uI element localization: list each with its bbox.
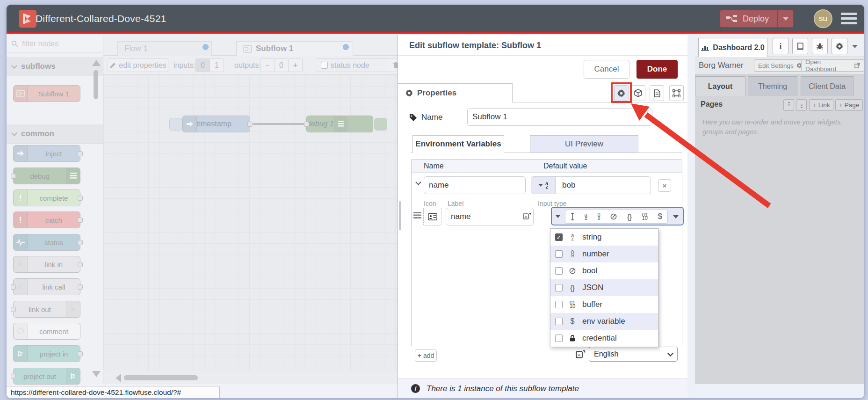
edit-settings-button[interactable]: Edit Settings xyxy=(754,59,806,72)
flow-node-timestamp[interactable]: timestamp xyxy=(182,116,250,132)
menu-option-string[interactable]: ✓ az string xyxy=(550,229,658,246)
main-menu-button[interactable] xyxy=(841,13,857,26)
value-type-button[interactable]: az xyxy=(531,177,556,194)
menu-option-json[interactable]: {} JSON xyxy=(550,279,658,296)
row-expand-chevron[interactable] xyxy=(415,179,421,185)
output-port[interactable] xyxy=(78,351,83,356)
palette-node-link-out[interactable]: link out xyxy=(13,301,80,318)
menu-option-number[interactable]: 09 number xyxy=(550,246,658,262)
tab-subflow1[interactable]: Subflow 1 xyxy=(236,41,353,56)
tab-flow1[interactable]: Flow 1 xyxy=(117,41,212,56)
drag-handle-icon[interactable] xyxy=(413,212,421,218)
inputs-0-button[interactable]: 0 xyxy=(195,58,210,72)
tab-theming[interactable]: Theming xyxy=(748,76,797,96)
description-doc-button[interactable] xyxy=(650,85,664,101)
input-type-widget[interactable]: az 09 {} 0110 $ xyxy=(551,207,684,225)
input-port[interactable] xyxy=(11,174,16,179)
input-port[interactable] xyxy=(304,122,309,127)
collapse-all-button[interactable]: ⌃⌃ xyxy=(783,99,794,111)
palette-node-link-call[interactable]: link call xyxy=(13,278,80,295)
deploy-dropdown[interactable] xyxy=(777,10,793,27)
palette-node-inject[interactable]: inject xyxy=(13,145,80,162)
add-env-var-button[interactable]: +add xyxy=(415,349,437,362)
palette-node-project-out[interactable]: project out xyxy=(13,368,80,385)
env-name-input[interactable] xyxy=(424,176,526,194)
config-gear-button[interactable] xyxy=(832,38,847,54)
tab-client-data[interactable]: Client Data xyxy=(801,76,854,96)
palette-node-debug[interactable]: debug xyxy=(13,167,80,184)
menu-option-buffer[interactable]: 0110 buffer xyxy=(550,296,658,313)
palette-node-comment[interactable]: comment xyxy=(13,323,80,340)
expand-all-button[interactable]: ⌄⌄ xyxy=(796,99,807,111)
icon-picker-button[interactable] xyxy=(423,208,441,225)
language-select[interactable]: English xyxy=(589,347,678,362)
outputs-minus-button[interactable]: − xyxy=(260,58,275,72)
palette-scroll-up[interactable] xyxy=(92,60,101,66)
deploy-button[interactable]: Deploy xyxy=(720,10,794,28)
team-row: Borg Warner Edit Settings Open Dashboard xyxy=(695,57,864,74)
palette-node-complete[interactable]: ! complete xyxy=(13,189,80,206)
palette-node-link-in[interactable]: link in xyxy=(13,256,80,273)
help-book-button[interactable] xyxy=(792,38,808,54)
canvas-hscrollbar[interactable] xyxy=(124,375,198,380)
palette-node-subflow1[interactable]: Subflow 1 xyxy=(13,85,80,102)
subflow-name-input[interactable] xyxy=(467,108,652,126)
wire[interactable] xyxy=(253,123,307,125)
appearance-cube-button[interactable] xyxy=(631,85,645,101)
tab-ui-preview[interactable]: UI Preview xyxy=(530,135,638,153)
menu-option-credential[interactable]: credential xyxy=(550,330,658,347)
subflow-input-stub[interactable] xyxy=(169,118,182,131)
link-out-icon xyxy=(66,301,80,317)
delete-row-button[interactable]: × xyxy=(658,179,671,192)
tab-dashboard[interactable]: Dashboard 2.0 xyxy=(698,38,767,57)
locale-icon[interactable]: A xyxy=(523,212,531,220)
palette-scroll-down[interactable] xyxy=(92,371,101,377)
output-port[interactable] xyxy=(78,284,83,290)
output-port[interactable] xyxy=(78,218,83,223)
canvas-scroll-left[interactable] xyxy=(116,374,121,382)
palette-node-catch[interactable]: ! catch xyxy=(13,211,80,228)
name-field-label: Name xyxy=(409,113,442,122)
tray-resize-handle[interactable] xyxy=(399,201,401,230)
tab-environment-variables[interactable]: Environment Variables xyxy=(412,135,504,153)
checkbox-icon xyxy=(555,301,563,308)
menu-option-bool[interactable]: bool xyxy=(550,262,658,279)
menu-option-env-variable[interactable]: $ env variable xyxy=(550,313,658,330)
input-port[interactable] xyxy=(11,307,16,312)
env-label-input[interactable] xyxy=(446,208,534,225)
flow-canvas[interactable]: Flow 1 Subflow 1 edit properties inputs:… xyxy=(103,35,398,384)
palette-scrollbar[interactable] xyxy=(94,70,98,99)
output-port[interactable] xyxy=(78,151,83,156)
status-node-toggle[interactable]: status node xyxy=(316,58,389,72)
info-tab-button[interactable]: i xyxy=(773,38,788,54)
palette-category-subflows[interactable]: subflows xyxy=(7,57,103,76)
add-page-button[interactable]: + Page xyxy=(835,99,863,111)
col-default-value: Default value xyxy=(543,162,587,170)
output-port[interactable] xyxy=(78,196,83,201)
tab-properties[interactable]: Properties xyxy=(398,83,513,102)
output-port[interactable] xyxy=(78,240,83,245)
palette-filter[interactable]: filter nodes xyxy=(7,35,103,53)
env-value-input[interactable] xyxy=(557,178,649,193)
flow-node-debug1[interactable]: debug 1 xyxy=(306,116,373,132)
done-button[interactable]: Done xyxy=(637,60,678,79)
input-port[interactable] xyxy=(11,374,16,379)
cancel-button[interactable]: Cancel xyxy=(584,60,629,79)
palette-category-common[interactable]: common xyxy=(7,124,103,144)
input-port[interactable] xyxy=(11,284,16,290)
sidebar-more-chevron[interactable] xyxy=(852,45,858,48)
edit-properties-button[interactable]: edit properties xyxy=(108,58,168,72)
outputs-plus-button[interactable]: + xyxy=(288,58,303,72)
add-link-button[interactable]: + Link xyxy=(809,99,833,111)
debug-bug-button[interactable] xyxy=(812,38,828,54)
tab-layout[interactable]: Layout xyxy=(695,76,745,96)
subflow-output-stub[interactable] xyxy=(374,118,387,131)
palette-node-project-in[interactable]: project in xyxy=(13,345,80,362)
output-port[interactable] xyxy=(78,262,83,267)
open-dashboard-button[interactable]: Open Dashboard xyxy=(801,59,864,72)
user-avatar[interactable]: su xyxy=(814,9,832,28)
inputs-1-button[interactable]: 1 xyxy=(210,58,224,72)
module-properties-button[interactable] xyxy=(669,85,684,101)
output-port[interactable] xyxy=(247,122,253,127)
palette-node-status[interactable]: status xyxy=(13,234,80,251)
